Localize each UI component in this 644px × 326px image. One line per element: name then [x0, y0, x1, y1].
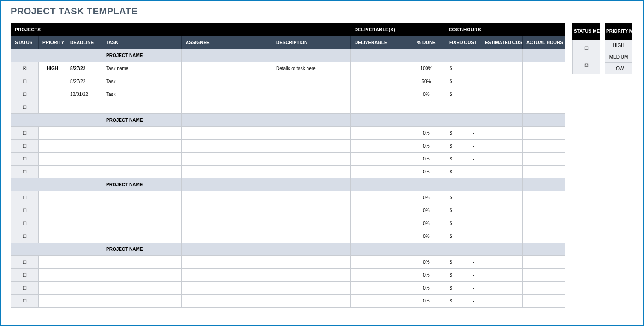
cell-description[interactable]	[272, 153, 351, 166]
cell-priority[interactable]	[39, 282, 66, 295]
cell-task[interactable]	[102, 204, 182, 217]
cell-fixed-cost[interactable]	[445, 101, 481, 114]
cell-fixed-cost[interactable]: $-	[445, 269, 481, 282]
cell-priority[interactable]	[39, 295, 66, 308]
cell-assignee[interactable]	[182, 166, 272, 178]
cell-priority[interactable]	[39, 75, 66, 88]
cell-fixed-cost[interactable]: $-	[445, 256, 481, 269]
cell-deliverable[interactable]	[351, 191, 408, 204]
cell-assignee[interactable]	[182, 75, 272, 88]
priority-menu-item[interactable]: MEDIUM	[605, 51, 632, 63]
cell-assignee[interactable]	[182, 101, 272, 114]
cell-deadline[interactable]	[66, 140, 102, 153]
cell-task[interactable]	[102, 127, 182, 140]
cell-deadline[interactable]	[66, 295, 102, 308]
cell-actual-hours[interactable]	[523, 166, 565, 178]
cell-actual-hours[interactable]	[523, 204, 565, 217]
cell-percent-done[interactable]: 0%	[408, 230, 445, 243]
cell-actual-hours[interactable]	[523, 101, 565, 114]
cell-deadline[interactable]	[66, 256, 102, 269]
cell-fixed-cost[interactable]: $-	[445, 295, 481, 308]
cell-estimated-cost[interactable]	[481, 191, 523, 204]
cell-percent-done[interactable]	[408, 101, 445, 114]
cell-task[interactable]	[102, 256, 182, 269]
cell-deliverable[interactable]	[351, 295, 408, 308]
cell-task[interactable]: Task	[102, 88, 182, 101]
cell-task[interactable]	[102, 295, 182, 308]
cell-actual-hours[interactable]	[523, 75, 565, 88]
cell-assignee[interactable]	[182, 256, 272, 269]
cell-status[interactable]: ☐	[11, 191, 39, 204]
cell-description[interactable]	[272, 282, 351, 295]
cell-priority[interactable]	[39, 153, 66, 166]
cell-priority[interactable]	[39, 191, 66, 204]
cell-description[interactable]: Details of task here	[272, 62, 351, 75]
cell-priority[interactable]	[39, 140, 66, 153]
cell-task[interactable]	[102, 101, 182, 114]
cell-percent-done[interactable]: 50%	[408, 75, 445, 88]
cell-fixed-cost[interactable]: $-	[445, 140, 481, 153]
cell-assignee[interactable]	[182, 140, 272, 153]
cell-estimated-cost[interactable]	[481, 282, 523, 295]
cell-actual-hours[interactable]	[523, 256, 565, 269]
cell-status[interactable]: ☐	[11, 269, 39, 282]
cell-actual-hours[interactable]	[523, 191, 565, 204]
cell-actual-hours[interactable]	[523, 62, 565, 75]
cell-description[interactable]	[272, 295, 351, 308]
cell-deadline[interactable]	[66, 166, 102, 178]
cell-priority[interactable]	[39, 127, 66, 140]
cell-deliverable[interactable]	[351, 88, 408, 101]
cell-assignee[interactable]	[182, 295, 272, 308]
cell-assignee[interactable]	[182, 62, 272, 75]
cell-deadline[interactable]	[66, 153, 102, 166]
cell-estimated-cost[interactable]	[481, 269, 523, 282]
cell-actual-hours[interactable]	[523, 295, 565, 308]
cell-percent-done[interactable]: 0%	[408, 269, 445, 282]
cell-priority[interactable]	[39, 217, 66, 230]
cell-deadline[interactable]	[66, 127, 102, 140]
cell-status[interactable]: ☐	[11, 75, 39, 88]
cell-deadline[interactable]	[66, 217, 102, 230]
cell-actual-hours[interactable]	[523, 230, 565, 243]
cell-fixed-cost[interactable]: $-	[445, 230, 481, 243]
cell-percent-done[interactable]: 0%	[408, 295, 445, 308]
cell-assignee[interactable]	[182, 191, 272, 204]
cell-assignee[interactable]	[182, 269, 272, 282]
cell-estimated-cost[interactable]	[481, 295, 523, 308]
cell-status[interactable]: ☐	[11, 295, 39, 308]
cell-percent-done[interactable]: 0%	[408, 191, 445, 204]
cell-percent-done[interactable]: 0%	[408, 204, 445, 217]
cell-fixed-cost[interactable]: $-	[445, 217, 481, 230]
cell-fixed-cost[interactable]: $-	[445, 282, 481, 295]
cell-status[interactable]: ☐	[11, 217, 39, 230]
cell-status[interactable]: ☐	[11, 282, 39, 295]
cell-deliverable[interactable]	[351, 75, 408, 88]
cell-actual-hours[interactable]	[523, 153, 565, 166]
cell-fixed-cost[interactable]: $-	[445, 127, 481, 140]
cell-deliverable[interactable]	[351, 217, 408, 230]
cell-priority[interactable]	[39, 230, 66, 243]
cell-deliverable[interactable]	[351, 230, 408, 243]
cell-estimated-cost[interactable]	[481, 140, 523, 153]
cell-fixed-cost[interactable]: $-	[445, 88, 481, 101]
cell-status[interactable]: ☐	[11, 166, 39, 178]
cell-percent-done[interactable]: 0%	[408, 256, 445, 269]
cell-task[interactable]	[102, 282, 182, 295]
cell-estimated-cost[interactable]	[481, 88, 523, 101]
cell-fixed-cost[interactable]: $-	[445, 62, 481, 75]
cell-deliverable[interactable]	[351, 282, 408, 295]
cell-task[interactable]	[102, 140, 182, 153]
cell-actual-hours[interactable]	[523, 140, 565, 153]
cell-deliverable[interactable]	[351, 140, 408, 153]
cell-description[interactable]	[272, 140, 351, 153]
cell-assignee[interactable]	[182, 88, 272, 101]
cell-status[interactable]: ☐	[11, 204, 39, 217]
cell-task[interactable]	[102, 191, 182, 204]
cell-percent-done[interactable]: 0%	[408, 166, 445, 178]
cell-actual-hours[interactable]	[523, 217, 565, 230]
cell-priority[interactable]	[39, 204, 66, 217]
cell-priority[interactable]	[39, 101, 66, 114]
cell-description[interactable]	[272, 127, 351, 140]
group-label[interactable]: PROJECT NAME	[102, 178, 182, 191]
cell-assignee[interactable]	[182, 204, 272, 217]
